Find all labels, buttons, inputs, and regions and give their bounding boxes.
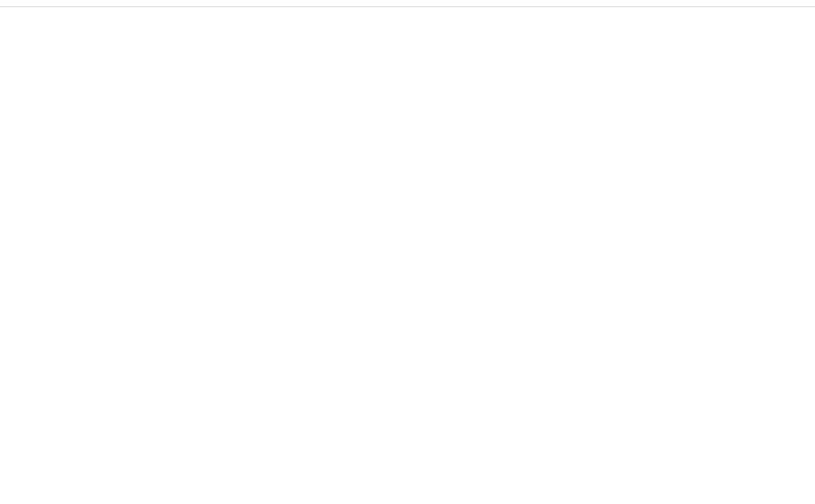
chart-container	[0, 0, 815, 504]
chart-plot-area[interactable]	[0, 0, 815, 504]
